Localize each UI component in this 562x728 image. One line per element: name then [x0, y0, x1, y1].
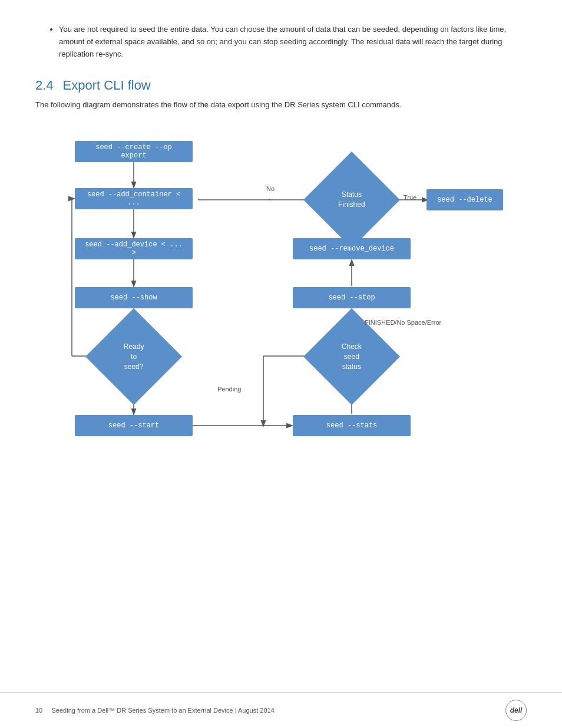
box-start: seed --start [75, 415, 193, 436]
section-title: Export CLI flow [63, 78, 151, 93]
footer-logo: dell [505, 700, 527, 721]
flowchart: seed --create --op export seed --add_con… [39, 123, 523, 477]
diamond-status: StatusFinished [303, 151, 400, 248]
bullet-section: You are not required to seed the entire … [35, 24, 527, 60]
box-delete: seed --delete [427, 189, 503, 210]
box-add-device: seed --add_device < ... > [75, 238, 193, 259]
box-stop: seed --stop [293, 287, 411, 308]
box-show: seed --show [75, 287, 193, 308]
label-finished-error: FINISHED/No Space/Error [365, 319, 441, 326]
section-heading: 2.4 Export CLI flow [35, 78, 527, 93]
footer-logo-text: dell [510, 706, 523, 714]
footer-page-number: 10 [35, 707, 42, 714]
label-true: True [404, 194, 416, 201]
label-no: No [266, 185, 275, 192]
footer: 10 Seeding from a Dell™ DR Series System… [0, 692, 562, 728]
box-create: seed --create --op export [75, 141, 193, 162]
label-pending: Pending [217, 386, 241, 393]
bullet-text: You are not required to seed the entire … [59, 24, 527, 60]
footer-left: 10 Seeding from a Dell™ DR Series System… [35, 707, 275, 714]
diamond-ready: Readytoseed? [85, 308, 182, 405]
section-desc: The following diagram demonstrates the f… [35, 99, 527, 111]
section-number: 2.4 [35, 78, 54, 93]
page: You are not required to seed the entire … [0, 0, 562, 512]
footer-text: Seeding from a Dell™ DR Series System to… [52, 707, 275, 714]
box-add-container: seed --add_container < ... [75, 188, 193, 209]
box-stats: seed --stats [293, 415, 411, 436]
